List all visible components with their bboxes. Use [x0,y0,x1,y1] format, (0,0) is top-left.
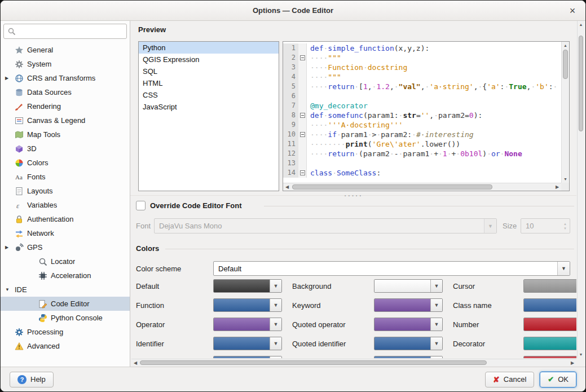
font-select: DejaVu Sans Mono ▼ [154,218,497,234]
pane-hscrollbar[interactable]: ◀ ▶ [131,359,576,366]
cancel-button-label: Cancel [504,375,526,384]
color-scheme-select[interactable]: Default ▼ [213,261,570,276]
language-item-qgis-expression[interactable]: QGIS Expression [139,54,279,65]
fold-marker-icon[interactable] [300,113,305,118]
pane-vscroll-thumb[interactable] [579,36,583,131]
color-swatch-partial[interactable]: ▼ [213,356,282,358]
fold-marker-icon[interactable] [300,55,305,60]
swatch-color [214,337,270,350]
sidebar-item-python-console[interactable]: Python Console [1,311,130,325]
color-swatch-quoted-identifier[interactable]: ▼ [374,337,443,350]
sidebar-item-advanced[interactable]: Advanced [1,339,130,353]
code-line: 14class·SomeClass: [283,168,561,178]
sidebar-item-colors[interactable]: Colors [1,156,130,170]
color-swatch-number[interactable]: ▼ [523,318,576,331]
sidebar-item-label: Variables [27,201,57,209]
sidebar-item-label: Layouts [27,187,53,195]
scroll-right-icon[interactable]: ▶ [553,183,561,191]
sidebar-item-network[interactable]: Network [1,226,130,240]
sidebar-item-ide[interactable]: ▼IDE [1,283,130,297]
code-preview-editor[interactable]: 1def·simple_function(x,y,z):2····"""3···… [283,41,570,191]
chevron-down-icon: ▼ [270,337,281,350]
language-item-sql[interactable]: SQL [139,65,279,77]
sidebar-item-data-sources[interactable]: Data Sources [1,85,130,99]
scroll-left-icon[interactable]: ◀ [283,183,291,191]
scroll-left-icon[interactable]: ◀ [131,359,139,367]
sidebar-item-crs-and-transforms[interactable]: ▶CRS and Transforms [1,71,130,85]
editor-vscrollbar[interactable]: ▲ ▼ [561,42,569,183]
language-list: PythonQGIS ExpressionSQLHTMLCSSJavaScrip… [138,41,279,191]
color-swatch-decorator[interactable]: ▼ [523,337,576,350]
sidebar-item-code-editor[interactable]: Code Editor [1,297,130,311]
sidebar-item-processing[interactable]: Processing [1,325,130,339]
advanced-icon [15,342,27,351]
pane-vscrollbar[interactable]: ▲ ▼ [577,21,584,358]
sidebar-item-system[interactable]: System [1,57,130,71]
color-swatch-partial[interactable]: ▼ [374,356,443,358]
expand-arrow-icon[interactable]: ▶ [5,76,15,81]
scroll-down-icon[interactable]: ▼ [578,351,584,358]
code-text: ····""" [307,72,561,82]
scroll-down-icon[interactable]: ▼ [562,175,569,183]
sidebar-item-map-tools[interactable]: Map Tools [1,127,130,142]
editor-hscrollbar[interactable]: ◀ ▶ [283,183,561,191]
fold-margin [298,168,307,178]
sidebar-item-rendering[interactable]: Rendering [1,99,130,113]
sidebar-item-locator[interactable]: Locator [1,254,130,268]
color-swatch-partial[interactable]: ▼ [523,356,576,358]
sidebar-item-authentication[interactable]: Authentication [1,212,130,226]
fold-margin [298,139,307,149]
help-button[interactable]: ? Help [10,372,54,387]
pane-hscroll-thumb[interactable] [140,360,487,365]
color-swatch-keyword[interactable]: ▼ [374,298,443,312]
sidebar-item-label: 3D [27,144,37,153]
sidebar-list: GeneralSystem▶CRS and TransformsData Sou… [1,43,130,367]
sidebar-item-3d[interactable]: 3D [1,142,130,156]
titlebar[interactable]: Options — Code Editor × [1,1,585,21]
fold-marker-icon[interactable] [300,170,305,175]
sidebar-item-general[interactable]: General [1,43,130,57]
python-console-icon [38,314,51,323]
fold-margin [298,53,307,63]
color-swatch-function[interactable]: ▼ [213,298,282,312]
language-item-python[interactable]: Python [139,42,279,54]
color-swatch-background[interactable]: ▼ [374,279,443,293]
language-item-html[interactable]: HTML [139,77,279,89]
fold-margin [298,158,307,168]
sidebar-item-layouts[interactable]: Layouts [1,184,130,198]
color-swatch-operator[interactable]: ▼ [213,318,282,331]
sidebar-item-canvas-legend[interactable]: Canvas & Legend [1,113,130,127]
sidebar-item-fonts[interactable]: Fonts [1,170,130,184]
line-number: 7 [283,101,298,111]
collapse-arrow-icon[interactable]: ▼ [5,287,15,292]
color-swatch-default[interactable]: ▼ [213,279,282,293]
scroll-up-icon[interactable]: ▲ [562,42,569,49]
sidebar-search[interactable] [3,24,127,39]
close-icon[interactable]: × [566,5,579,17]
expand-arrow-icon[interactable]: ▶ [5,245,15,250]
fold-marker-icon[interactable] [300,132,305,137]
language-item-css[interactable]: CSS [139,89,279,101]
splitter-handle[interactable]: ····· [344,191,363,199]
sidebar-item-label: General [27,46,53,54]
ok-button[interactable]: ✔ OK [540,372,576,387]
language-item-javascript[interactable]: JavaScript [139,101,279,113]
scroll-right-icon[interactable]: ▶ [569,359,576,367]
fold-margin [298,72,307,82]
chevron-down-icon: ▼ [484,219,496,233]
cancel-button[interactable]: ✘ Cancel [485,372,534,387]
color-swatch-cursor[interactable]: ▼ [523,279,576,293]
override-font-checkbox[interactable] [136,201,146,210]
scroll-up-icon[interactable]: ▲ [578,21,584,28]
sidebar-item-variables[interactable]: Variables [1,198,130,212]
color-swatch-class-name[interactable]: ▼ [523,298,576,312]
sidebar-item-gps[interactable]: ▶GPS [1,240,130,254]
editor-vscroll-thumb[interactable] [563,50,568,79]
editor-hscroll-thumb[interactable] [292,184,492,190]
color-swatch-quoted-operator[interactable]: ▼ [374,318,443,331]
ok-icon: ✔ [548,375,554,384]
sidebar-item-acceleration[interactable]: Acceleration [1,268,130,283]
color-label-background: Background [292,282,374,290]
search-input[interactable] [19,27,123,36]
color-swatch-identifier[interactable]: ▼ [213,337,282,350]
